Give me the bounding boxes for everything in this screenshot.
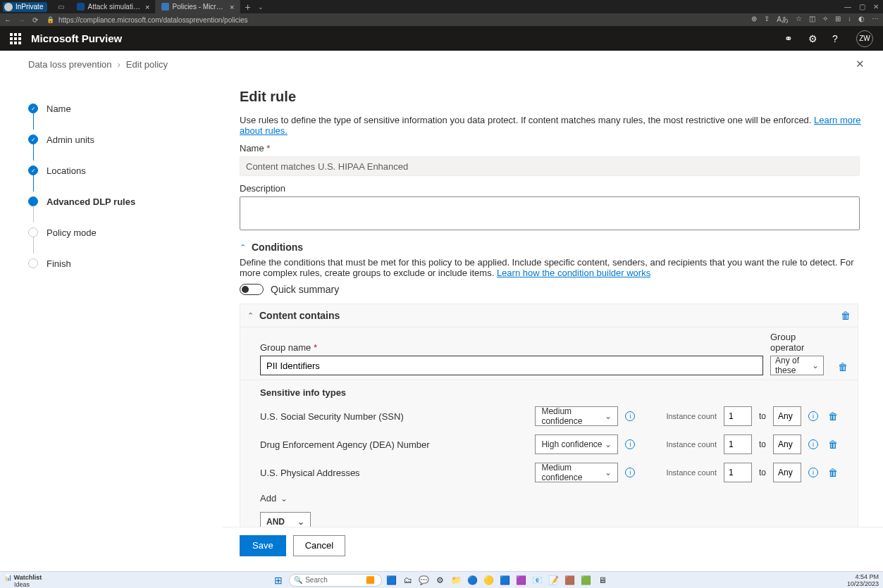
cancel-button[interactable]: Cancel: [293, 535, 345, 556]
conditions-header[interactable]: ⌃ Conditions: [240, 242, 866, 253]
org-icon[interactable]: ⚭: [784, 33, 796, 44]
help-icon[interactable]: ?: [832, 33, 844, 44]
delete-row-icon[interactable]: 🗑: [828, 467, 838, 478]
maximize-button[interactable]: ▢: [855, 3, 869, 11]
tab-close-icon[interactable]: ×: [230, 3, 234, 11]
delete-row-icon[interactable]: 🗑: [828, 439, 838, 450]
instance-count-to[interactable]: [773, 406, 801, 426]
info-icon[interactable]: i: [808, 468, 818, 477]
info-icon[interactable]: i: [625, 468, 635, 477]
add-sit-button[interactable]: Add: [260, 493, 288, 503]
taskbar-widget[interactable]: 📊 Watchlist Ideas: [4, 574, 42, 588]
chevron-down-icon: [605, 468, 612, 477]
delete-row-icon[interactable]: 🗑: [828, 411, 838, 422]
browser-tab: Attack simulation training - Mic ×: [71, 0, 156, 13]
zoom-icon[interactable]: ⊕: [751, 15, 757, 25]
step-name[interactable]: ✓ Name: [28, 99, 216, 118]
taskbar-app-icon[interactable]: 🔵: [467, 574, 479, 587]
taskbar-app-icon[interactable]: 🟩: [580, 574, 593, 587]
inprivate-avatar-icon: [4, 3, 13, 11]
taskbar-app-icon[interactable]: 🖥: [596, 574, 609, 587]
taskbar-clock[interactable]: 4:54 PM 10/23/2023: [847, 573, 879, 587]
user-avatar[interactable]: ZW: [856, 30, 873, 47]
step-label: Advanced DLP rules: [47, 196, 135, 207]
instance-count-from[interactable]: [724, 434, 752, 454]
quick-summary-label: Quick summary: [271, 284, 339, 295]
learn-condition-builder-link[interactable]: Learn how the condition builder works: [497, 268, 650, 278]
tab-close-icon[interactable]: ×: [145, 3, 149, 11]
downloads-icon[interactable]: ↓: [848, 15, 851, 25]
delete-group-icon[interactable]: 🗑: [838, 361, 848, 373]
browser-tab-active[interactable]: Policies - Microsoft Purview ×: [156, 0, 240, 13]
window-controls: — ▢ ✕: [841, 3, 883, 11]
new-tab-button[interactable]: +: [240, 1, 254, 13]
taskbar-app-icon[interactable]: 📁: [450, 574, 463, 587]
panel-title: Edit rule: [240, 89, 866, 105]
breadcrumb-item[interactable]: Data loss prevention: [28, 59, 112, 70]
split-icon[interactable]: ◫: [809, 15, 815, 25]
delete-condition-icon[interactable]: 🗑: [841, 310, 851, 321]
step-finish[interactable]: Finish: [28, 254, 216, 273]
start-button[interactable]: ⊞: [274, 575, 283, 586]
share-icon[interactable]: ⇪: [764, 15, 770, 25]
info-icon[interactable]: i: [625, 439, 635, 449]
360hook taskbar-app-icon[interactable]: 📝: [548, 574, 560, 587]
instance-count-from[interactable]: [724, 406, 752, 426]
step-admin-units[interactable]: ✓ Admin units: [28, 130, 216, 149]
name-input-readonly: Content matches U.S. HIPAA Enhanced: [240, 156, 860, 176]
taskbar-app-icon[interactable]: 🟦: [385, 574, 398, 587]
chevron-down-icon: [280, 493, 288, 503]
info-icon[interactable]: i: [625, 411, 635, 421]
save-button[interactable]: Save: [240, 535, 286, 556]
sit-name: U.S. Social Security Number (SSN): [260, 411, 528, 422]
settings-icon[interactable]: ⚙: [808, 33, 820, 44]
info-icon[interactable]: i: [808, 439, 818, 449]
breadcrumb-item: Edit policy: [126, 59, 168, 70]
inprivate-label: InPrivate: [16, 3, 43, 11]
taskbar-app-icon[interactable]: 🟪: [515, 574, 528, 587]
minimize-button[interactable]: —: [841, 3, 855, 11]
chevron-up-icon: ⌃: [240, 243, 246, 252]
conditions-description: Define the conditions that must be met f…: [240, 257, 866, 278]
tab-actions-icon[interactable]: ▭: [56, 3, 66, 11]
close-panel-button[interactable]: ✕: [856, 58, 869, 70]
panel-intro: Use rules to define the type of sensitiv…: [240, 115, 866, 136]
content-contains-header[interactable]: ⌃ Content contains 🗑: [240, 304, 858, 327]
taskbar-app-icon[interactable]: 💬: [418, 574, 431, 587]
profile-icon[interactable]: ◐: [858, 15, 865, 25]
read-aloud-icon[interactable]: Aあ: [777, 15, 789, 25]
confidence-select[interactable]: Medium confidence: [535, 406, 618, 426]
taskbar-app-icon[interactable]: 🗂: [402, 574, 414, 587]
quick-summary-toggle[interactable]: [240, 284, 264, 295]
info-icon[interactable]: i: [808, 411, 818, 421]
nav-back-icon[interactable]: ←: [4, 16, 11, 24]
confidence-select[interactable]: Medium confidence: [535, 463, 618, 482]
panel-footer: Save Cancel: [223, 527, 883, 563]
tab-chevron-icon[interactable]: ⌄: [255, 4, 266, 11]
description-textarea[interactable]: [240, 196, 860, 230]
group-name-input[interactable]: [260, 356, 763, 375]
collections-icon[interactable]: ✧: [822, 15, 828, 25]
taskbar-app-icon[interactable]: 📧: [531, 574, 544, 587]
step-policy-mode[interactable]: Policy mode: [28, 223, 216, 242]
app-launcher-icon[interactable]: [10, 33, 21, 44]
instance-count-from[interactable]: [724, 463, 752, 482]
taskbar-app-icon[interactable]: ⚙: [434, 574, 447, 587]
extensions-icon[interactable]: ⊞: [835, 15, 841, 25]
taskbar-search[interactable]: 🔍 Search 🟧: [289, 574, 382, 587]
search-icon: 🔍: [294, 576, 302, 584]
favorite-icon[interactable]: ☆: [796, 15, 802, 25]
url-field[interactable]: 🔒 https://compliance.microsoft.com/datal…: [47, 16, 751, 24]
step-advanced-dlp[interactable]: Advanced DLP rules: [28, 192, 216, 211]
nav-refresh-icon[interactable]: ⟳: [32, 16, 38, 24]
instance-count-to[interactable]: [773, 463, 801, 482]
close-window-button[interactable]: ✕: [869, 3, 883, 11]
step-locations[interactable]: ✓ Locations: [28, 161, 216, 180]
group-operator-select[interactable]: Any of these: [770, 356, 824, 375]
more-icon[interactable]: ⋯: [872, 15, 879, 25]
taskbar-app-icon[interactable]: 🟫: [564, 574, 576, 587]
taskbar-app-icon[interactable]: 🟡: [483, 574, 495, 587]
instance-count-to[interactable]: [773, 434, 801, 454]
confidence-select[interactable]: High confidence: [535, 434, 618, 454]
taskbar-app-icon[interactable]: 🟦: [499, 574, 512, 587]
